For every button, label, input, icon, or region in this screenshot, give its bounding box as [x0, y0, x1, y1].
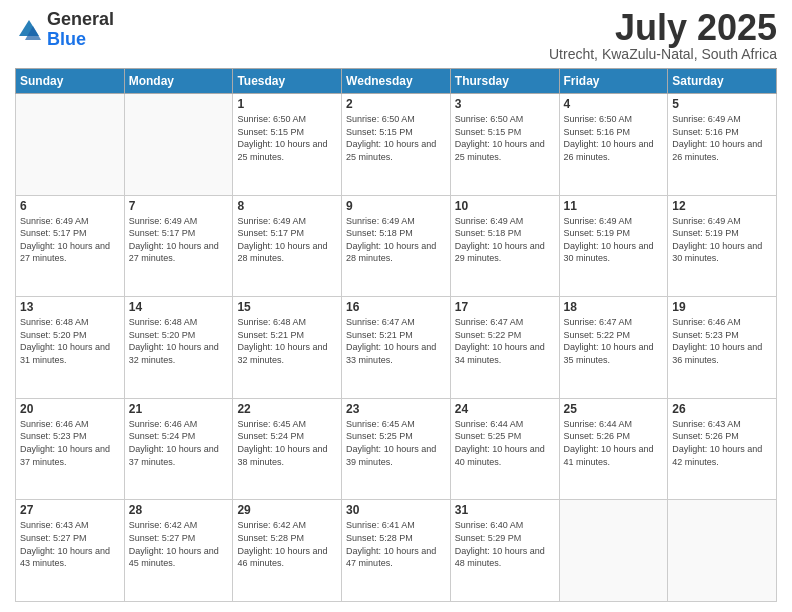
table-row: 28Sunrise: 6:42 AM Sunset: 5:27 PM Dayli…: [124, 500, 233, 602]
calendar-week-1: 1Sunrise: 6:50 AM Sunset: 5:15 PM Daylig…: [16, 94, 777, 196]
table-row: 30Sunrise: 6:41 AM Sunset: 5:28 PM Dayli…: [342, 500, 451, 602]
day-number: 11: [564, 199, 664, 213]
day-detail: Sunrise: 6:46 AM Sunset: 5:23 PM Dayligh…: [20, 418, 120, 468]
day-number: 20: [20, 402, 120, 416]
day-detail: Sunrise: 6:49 AM Sunset: 5:19 PM Dayligh…: [564, 215, 664, 265]
day-detail: Sunrise: 6:49 AM Sunset: 5:16 PM Dayligh…: [672, 113, 772, 163]
header-wednesday: Wednesday: [342, 69, 451, 94]
table-row: [668, 500, 777, 602]
table-row: 20Sunrise: 6:46 AM Sunset: 5:23 PM Dayli…: [16, 398, 125, 500]
day-detail: Sunrise: 6:49 AM Sunset: 5:17 PM Dayligh…: [20, 215, 120, 265]
table-row: 18Sunrise: 6:47 AM Sunset: 5:22 PM Dayli…: [559, 297, 668, 399]
table-row: 6Sunrise: 6:49 AM Sunset: 5:17 PM Daylig…: [16, 195, 125, 297]
day-number: 2: [346, 97, 446, 111]
day-number: 4: [564, 97, 664, 111]
table-row: 21Sunrise: 6:46 AM Sunset: 5:24 PM Dayli…: [124, 398, 233, 500]
day-number: 16: [346, 300, 446, 314]
day-detail: Sunrise: 6:50 AM Sunset: 5:15 PM Dayligh…: [455, 113, 555, 163]
day-detail: Sunrise: 6:44 AM Sunset: 5:26 PM Dayligh…: [564, 418, 664, 468]
day-detail: Sunrise: 6:43 AM Sunset: 5:27 PM Dayligh…: [20, 519, 120, 569]
table-row: 1Sunrise: 6:50 AM Sunset: 5:15 PM Daylig…: [233, 94, 342, 196]
day-number: 18: [564, 300, 664, 314]
table-row: 17Sunrise: 6:47 AM Sunset: 5:22 PM Dayli…: [450, 297, 559, 399]
day-number: 17: [455, 300, 555, 314]
day-detail: Sunrise: 6:48 AM Sunset: 5:20 PM Dayligh…: [20, 316, 120, 366]
header-friday: Friday: [559, 69, 668, 94]
day-number: 8: [237, 199, 337, 213]
day-number: 1: [237, 97, 337, 111]
table-row: 24Sunrise: 6:44 AM Sunset: 5:25 PM Dayli…: [450, 398, 559, 500]
table-row: 31Sunrise: 6:40 AM Sunset: 5:29 PM Dayli…: [450, 500, 559, 602]
table-row: 3Sunrise: 6:50 AM Sunset: 5:15 PM Daylig…: [450, 94, 559, 196]
table-row: 13Sunrise: 6:48 AM Sunset: 5:20 PM Dayli…: [16, 297, 125, 399]
day-number: 3: [455, 97, 555, 111]
table-row: 9Sunrise: 6:49 AM Sunset: 5:18 PM Daylig…: [342, 195, 451, 297]
day-number: 22: [237, 402, 337, 416]
day-number: 15: [237, 300, 337, 314]
table-row: [124, 94, 233, 196]
table-row: 12Sunrise: 6:49 AM Sunset: 5:19 PM Dayli…: [668, 195, 777, 297]
day-detail: Sunrise: 6:45 AM Sunset: 5:24 PM Dayligh…: [237, 418, 337, 468]
day-detail: Sunrise: 6:47 AM Sunset: 5:22 PM Dayligh…: [455, 316, 555, 366]
day-detail: Sunrise: 6:50 AM Sunset: 5:15 PM Dayligh…: [237, 113, 337, 163]
table-row: 2Sunrise: 6:50 AM Sunset: 5:15 PM Daylig…: [342, 94, 451, 196]
day-detail: Sunrise: 6:50 AM Sunset: 5:15 PM Dayligh…: [346, 113, 446, 163]
header-tuesday: Tuesday: [233, 69, 342, 94]
logo: General Blue: [15, 10, 114, 50]
table-row: 14Sunrise: 6:48 AM Sunset: 5:20 PM Dayli…: [124, 297, 233, 399]
day-detail: Sunrise: 6:46 AM Sunset: 5:23 PM Dayligh…: [672, 316, 772, 366]
table-row: 23Sunrise: 6:45 AM Sunset: 5:25 PM Dayli…: [342, 398, 451, 500]
logo-blue-label: Blue: [47, 30, 114, 50]
header-thursday: Thursday: [450, 69, 559, 94]
day-detail: Sunrise: 6:49 AM Sunset: 5:17 PM Dayligh…: [129, 215, 229, 265]
calendar-week-3: 13Sunrise: 6:48 AM Sunset: 5:20 PM Dayli…: [16, 297, 777, 399]
day-detail: Sunrise: 6:49 AM Sunset: 5:19 PM Dayligh…: [672, 215, 772, 265]
table-row: [559, 500, 668, 602]
day-number: 26: [672, 402, 772, 416]
calendar-week-5: 27Sunrise: 6:43 AM Sunset: 5:27 PM Dayli…: [16, 500, 777, 602]
day-detail: Sunrise: 6:48 AM Sunset: 5:20 PM Dayligh…: [129, 316, 229, 366]
day-number: 14: [129, 300, 229, 314]
calendar-week-4: 20Sunrise: 6:46 AM Sunset: 5:23 PM Dayli…: [16, 398, 777, 500]
table-row: 25Sunrise: 6:44 AM Sunset: 5:26 PM Dayli…: [559, 398, 668, 500]
day-number: 12: [672, 199, 772, 213]
day-detail: Sunrise: 6:42 AM Sunset: 5:28 PM Dayligh…: [237, 519, 337, 569]
day-number: 30: [346, 503, 446, 517]
day-number: 23: [346, 402, 446, 416]
table-row: 26Sunrise: 6:43 AM Sunset: 5:26 PM Dayli…: [668, 398, 777, 500]
table-row: 10Sunrise: 6:49 AM Sunset: 5:18 PM Dayli…: [450, 195, 559, 297]
calendar-header-row: Sunday Monday Tuesday Wednesday Thursday…: [16, 69, 777, 94]
header-saturday: Saturday: [668, 69, 777, 94]
day-detail: Sunrise: 6:46 AM Sunset: 5:24 PM Dayligh…: [129, 418, 229, 468]
day-number: 6: [20, 199, 120, 213]
day-number: 5: [672, 97, 772, 111]
table-row: [16, 94, 125, 196]
logo-icon: [15, 16, 43, 44]
table-row: 27Sunrise: 6:43 AM Sunset: 5:27 PM Dayli…: [16, 500, 125, 602]
table-row: 7Sunrise: 6:49 AM Sunset: 5:17 PM Daylig…: [124, 195, 233, 297]
day-number: 9: [346, 199, 446, 213]
day-detail: Sunrise: 6:42 AM Sunset: 5:27 PM Dayligh…: [129, 519, 229, 569]
day-number: 10: [455, 199, 555, 213]
header: General Blue July 2025 Utrecht, KwaZulu-…: [15, 10, 777, 62]
logo-general-label: General: [47, 10, 114, 30]
table-row: 11Sunrise: 6:49 AM Sunset: 5:19 PM Dayli…: [559, 195, 668, 297]
day-detail: Sunrise: 6:41 AM Sunset: 5:28 PM Dayligh…: [346, 519, 446, 569]
table-row: 22Sunrise: 6:45 AM Sunset: 5:24 PM Dayli…: [233, 398, 342, 500]
day-detail: Sunrise: 6:40 AM Sunset: 5:29 PM Dayligh…: [455, 519, 555, 569]
table-row: 4Sunrise: 6:50 AM Sunset: 5:16 PM Daylig…: [559, 94, 668, 196]
table-row: 8Sunrise: 6:49 AM Sunset: 5:17 PM Daylig…: [233, 195, 342, 297]
day-number: 19: [672, 300, 772, 314]
title-month: July 2025: [549, 10, 777, 46]
day-detail: Sunrise: 6:47 AM Sunset: 5:21 PM Dayligh…: [346, 316, 446, 366]
day-number: 31: [455, 503, 555, 517]
day-number: 7: [129, 199, 229, 213]
calendar-week-2: 6Sunrise: 6:49 AM Sunset: 5:17 PM Daylig…: [16, 195, 777, 297]
table-row: 19Sunrise: 6:46 AM Sunset: 5:23 PM Dayli…: [668, 297, 777, 399]
table-row: 5Sunrise: 6:49 AM Sunset: 5:16 PM Daylig…: [668, 94, 777, 196]
page: General Blue July 2025 Utrecht, KwaZulu-…: [0, 0, 792, 612]
day-number: 28: [129, 503, 229, 517]
calendar-table: Sunday Monday Tuesday Wednesday Thursday…: [15, 68, 777, 602]
day-detail: Sunrise: 6:50 AM Sunset: 5:16 PM Dayligh…: [564, 113, 664, 163]
day-detail: Sunrise: 6:47 AM Sunset: 5:22 PM Dayligh…: [564, 316, 664, 366]
